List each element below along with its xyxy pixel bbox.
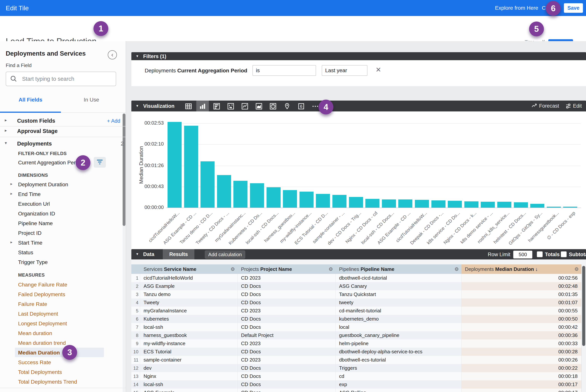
table-cell[interactable]: Default Project (238, 331, 336, 340)
area-chart-icon[interactable] (255, 102, 263, 110)
table-cell[interactable]: 00:00:18 (462, 372, 582, 380)
sidebar-scrollbar-thumb[interactable] (123, 114, 125, 226)
table-cell[interactable]: dbothwell-cicd-tutorial (336, 274, 462, 282)
table-cell[interactable]: Tanzu Quickstart (336, 290, 462, 298)
tab-in-use[interactable]: In Use (61, 97, 122, 103)
table-cell[interactable]: Tweety (140, 298, 238, 307)
sidebar-dimension-status[interactable]: Status (18, 250, 33, 256)
column-header-median-duration[interactable]: Deployments Median Duration ↓⚙ (462, 264, 582, 274)
sidebar-group-approval-stage[interactable]: Approval Stage (17, 128, 58, 134)
sidebar-measure-longest-deployment[interactable]: Longest Deployment (18, 320, 67, 327)
filter-value-input[interactable] (322, 65, 367, 76)
table-icon[interactable] (185, 102, 192, 110)
table-cell[interactable]: 00:00:17 (462, 388, 582, 392)
table-cell[interactable]: CD Docs (238, 290, 336, 298)
chart-bar[interactable] (332, 195, 347, 208)
table-cell[interactable]: ASG Example (140, 282, 238, 290)
table-cell[interactable]: dbothwell-deploy-alpha-service-to-ecs (336, 348, 462, 356)
sidebar-measure-median-duration[interactable]: Median Duration (18, 350, 60, 356)
table-cell[interactable]: Nginx (140, 372, 238, 380)
table-cell[interactable]: dev (140, 364, 238, 372)
sidebar-group-deployments[interactable]: Deployments (17, 140, 52, 147)
forecast-button[interactable]: Forecast (531, 100, 559, 112)
chart-bar[interactable] (464, 201, 479, 208)
chart-bar[interactable] (217, 175, 231, 208)
table-cell[interactable]: local-ssh (140, 380, 238, 388)
chart-bar[interactable] (283, 190, 297, 208)
chart-bar[interactable] (200, 161, 215, 208)
table-cell[interactable]: 00:00:42 (462, 323, 582, 331)
table-cell[interactable]: CD Docs (238, 364, 336, 372)
table-cell[interactable]: CD 2023 (238, 274, 336, 282)
totals-checkbox[interactable] (537, 252, 543, 257)
sidebar-measure-total-deployments[interactable]: Total Deployments (18, 369, 62, 375)
table-cell[interactable]: 00:00:26 (462, 356, 582, 364)
column-chart-icon[interactable] (199, 102, 206, 110)
more-icon[interactable] (311, 102, 319, 110)
table-cell[interactable]: CD 2023 (238, 356, 336, 364)
chart-bar[interactable] (299, 192, 314, 208)
table-cell[interactable]: dbothwell-ecs-tutorial (336, 356, 462, 364)
chart-bar[interactable] (267, 187, 281, 208)
chart-bar[interactable] (530, 204, 544, 208)
chart-bar[interactable] (349, 197, 363, 208)
table-cell[interactable]: 00:02:48 (462, 282, 582, 290)
chart-bar[interactable] (563, 207, 577, 208)
bar-chart-icon[interactable] (213, 102, 220, 110)
table-cell[interactable]: 00:00:55 (462, 307, 582, 315)
sidebar-collapse-button[interactable]: ‹ (108, 50, 117, 60)
column-header-project-name[interactable]: Projects Project Name⚙ (238, 264, 336, 274)
chart-bar[interactable] (547, 207, 561, 208)
tab-all-fields[interactable]: All Fields (0, 97, 61, 103)
row-limit-input[interactable] (513, 251, 532, 258)
table-cell[interactable]: 00:00:36 (462, 331, 582, 340)
table-cell[interactable]: Tanzu demo (140, 290, 238, 298)
sidebar-measure-success-rate[interactable]: Success Rate (18, 360, 51, 366)
column-header-service-name[interactable]: Services Service Name⚙ (140, 264, 238, 274)
table-cell[interactable]: ASG Example (140, 388, 238, 392)
sidebar-field-current-aggregation-period[interactable]: Current Aggregation Period (18, 160, 83, 166)
table-cell[interactable]: 00:01:07 (462, 298, 582, 307)
sidebar-measure-failure-rate[interactable]: Failure Rate (18, 301, 47, 307)
tab-results[interactable]: Results (163, 249, 194, 260)
chart-bar[interactable] (316, 194, 330, 208)
pie-chart-icon[interactable] (269, 102, 277, 110)
table-cell[interactable]: cd-manifest-tutorial (336, 307, 462, 315)
table-cell[interactable]: helm-pipeline (336, 340, 462, 348)
table-cell[interactable]: local (336, 323, 462, 331)
table-cell[interactable]: Triggers (336, 364, 462, 372)
save-button[interactable]: Save (564, 3, 583, 13)
table-scrollbar-thumb[interactable] (582, 266, 585, 346)
table-cell[interactable]: 00:00:22 (462, 364, 582, 372)
sidebar-dimension-organization-id[interactable]: Organization ID (18, 211, 55, 217)
chart-bar[interactable] (497, 202, 511, 208)
sidebar-measure-mean-duration-trend[interactable]: Mean duration trend (18, 340, 66, 346)
table-cell[interactable]: 00:00:50 (462, 315, 582, 323)
sidebar-measure-last-deployment[interactable]: Last Deployment (18, 311, 58, 317)
table-cell[interactable]: tweety (336, 298, 462, 307)
table-cell[interactable]: CD 2023 (238, 340, 336, 348)
sidebar-dimension-start-time[interactable]: Start Time (18, 240, 42, 246)
gear-icon[interactable]: ⚙ (231, 264, 235, 274)
table-cell[interactable]: CD Docs (238, 372, 336, 380)
table-cell[interactable]: guestbook_canary_pipeline (336, 331, 462, 340)
filter-operator-input[interactable] (252, 65, 316, 76)
table-cell[interactable]: 00:00:33 (462, 340, 582, 348)
map-icon[interactable] (283, 102, 291, 110)
table-cell[interactable]: ASG Rolling (336, 388, 462, 392)
table-cell[interactable]: CD Docs (238, 348, 336, 356)
sidebar-measure-total-deployments-trend[interactable]: Total Deployments Trend (18, 379, 77, 385)
table-cell[interactable]: myGrafanaInstance (140, 307, 238, 315)
gear-icon[interactable]: ⚙ (455, 264, 459, 274)
sidebar-dimension-project-id[interactable]: Project ID (18, 230, 41, 236)
subtotals-checkbox[interactable] (561, 252, 567, 257)
table-cell[interactable]: my-wildfly-instance (140, 340, 238, 348)
add-custom-field-button[interactable]: + Add (107, 118, 120, 124)
sidebar-dimension-execution-url[interactable]: Execution Url (18, 201, 50, 207)
table-cell[interactable]: Kubernetes (140, 315, 238, 323)
chart-bar[interactable] (431, 200, 446, 208)
edit-viz-button[interactable]: Edit (565, 100, 582, 112)
gear-icon[interactable]: ⚙ (329, 264, 333, 274)
table-cell[interactable]: exp (336, 380, 462, 388)
table-cell[interactable]: CD Docs (238, 315, 336, 323)
